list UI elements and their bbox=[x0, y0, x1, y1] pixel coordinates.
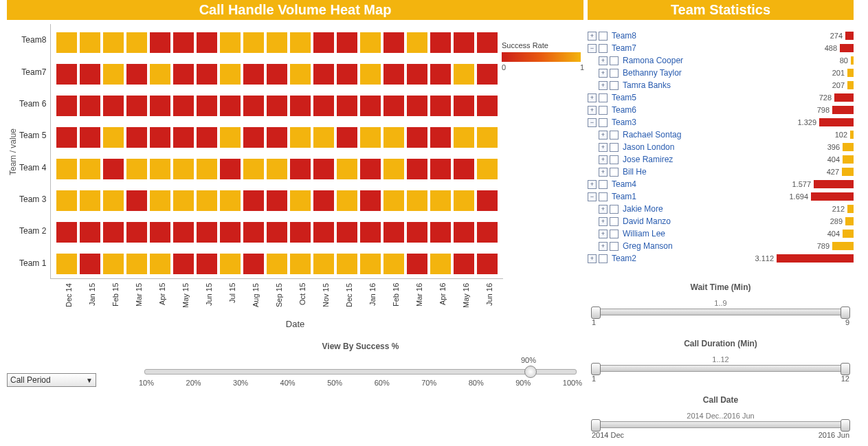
tree-checkbox[interactable] bbox=[610, 230, 619, 238]
heatmap-cell[interactable] bbox=[360, 32, 381, 53]
heatmap-cell[interactable] bbox=[360, 222, 381, 243]
heatmap-cell[interactable] bbox=[290, 190, 311, 211]
tree-row[interactable]: +Jason London396 bbox=[588, 141, 854, 153]
heatmap-cell[interactable] bbox=[103, 222, 124, 243]
heatmap-cell[interactable] bbox=[477, 222, 498, 243]
heatmap-cell[interactable] bbox=[454, 254, 474, 274]
expand-icon[interactable]: + bbox=[599, 217, 608, 226]
heatmap-cell[interactable] bbox=[360, 254, 381, 274]
heatmap-cell[interactable] bbox=[290, 96, 311, 116]
heatmap-cell[interactable] bbox=[80, 64, 100, 85]
heatmap-cell[interactable] bbox=[126, 159, 147, 179]
tree-row[interactable]: +Team5728 bbox=[588, 91, 854, 104]
heatmap-cell[interactable] bbox=[313, 64, 334, 85]
heatmap-cell[interactable] bbox=[290, 64, 311, 85]
heatmap-cell[interactable] bbox=[337, 159, 357, 179]
expand-icon[interactable]: + bbox=[588, 106, 597, 115]
heatmap-cell[interactable] bbox=[430, 254, 451, 274]
range-thumb-max[interactable] bbox=[841, 363, 850, 375]
expand-icon[interactable]: + bbox=[588, 180, 597, 189]
heatmap-cell[interactable] bbox=[337, 127, 357, 148]
heatmap-cell[interactable] bbox=[56, 64, 77, 85]
heatmap-cell[interactable] bbox=[243, 127, 264, 148]
heatmap-cell[interactable] bbox=[290, 32, 311, 53]
heatmap-cell[interactable] bbox=[383, 64, 404, 85]
heatmap-cell[interactable] bbox=[173, 32, 194, 53]
heatmap-cell[interactable] bbox=[337, 254, 357, 274]
heatmap-cell[interactable] bbox=[150, 159, 170, 179]
heatmap-cell[interactable] bbox=[313, 222, 334, 243]
heatmap-cell[interactable] bbox=[290, 127, 311, 148]
heatmap-cell[interactable] bbox=[150, 64, 170, 85]
heatmap-cell[interactable] bbox=[243, 190, 264, 211]
tree-row[interactable]: +Jose Ramirez404 bbox=[588, 153, 854, 166]
heatmap-cell[interactable] bbox=[150, 32, 170, 53]
heatmap-cell[interactable] bbox=[220, 64, 241, 85]
heatmap-cell[interactable] bbox=[360, 159, 381, 179]
heatmap-cell[interactable] bbox=[337, 222, 357, 243]
heatmap-cell[interactable] bbox=[360, 64, 381, 85]
heatmap-cell[interactable] bbox=[407, 96, 427, 116]
heatmap-cell[interactable] bbox=[407, 190, 427, 211]
expand-icon[interactable]: + bbox=[599, 230, 608, 238]
heatmap-cell[interactable] bbox=[197, 159, 217, 179]
heatmap-cell[interactable] bbox=[56, 254, 77, 274]
tree-checkbox[interactable] bbox=[610, 217, 619, 226]
heatmap-cell[interactable] bbox=[173, 64, 194, 85]
heatmap-cell[interactable] bbox=[56, 159, 77, 179]
heatmap-cell[interactable] bbox=[313, 254, 334, 274]
expand-icon[interactable]: + bbox=[599, 81, 608, 90]
range-thumb-max[interactable] bbox=[841, 306, 850, 319]
heatmap-cell[interactable] bbox=[383, 127, 404, 148]
heatmap-cell[interactable] bbox=[430, 96, 451, 116]
heatmap-cell[interactable] bbox=[173, 222, 194, 243]
tree-row[interactable]: −Team11.694 bbox=[588, 190, 854, 203]
heatmap-cell[interactable] bbox=[126, 190, 147, 211]
heatmap-cell[interactable] bbox=[220, 96, 241, 116]
tree-row[interactable]: +Bill He427 bbox=[588, 166, 854, 178]
heatmap-cell[interactable] bbox=[267, 127, 287, 148]
tree-checkbox[interactable] bbox=[599, 106, 608, 115]
heatmap-cell[interactable] bbox=[290, 222, 311, 243]
expand-icon[interactable]: + bbox=[599, 242, 608, 251]
heatmap-cell[interactable] bbox=[197, 64, 217, 85]
heatmap-cell[interactable] bbox=[80, 32, 100, 53]
expand-icon[interactable]: + bbox=[588, 32, 597, 41]
heatmap-cell[interactable] bbox=[267, 159, 287, 179]
tree-row[interactable]: +Team8274 bbox=[588, 30, 854, 42]
heatmap-cell[interactable] bbox=[430, 222, 451, 243]
tree-row[interactable]: +Rachael Sontag102 bbox=[588, 129, 854, 141]
heatmap-cell[interactable] bbox=[173, 254, 194, 274]
tree-checkbox[interactable] bbox=[610, 168, 619, 177]
heatmap-cell[interactable] bbox=[290, 159, 311, 179]
heatmap-cell[interactable] bbox=[103, 159, 124, 179]
expand-icon[interactable]: + bbox=[599, 205, 608, 214]
tree-checkbox[interactable] bbox=[610, 56, 619, 65]
heatmap-cell[interactable] bbox=[407, 32, 427, 53]
heatmap-cell[interactable] bbox=[477, 190, 498, 211]
heatmap-cell[interactable] bbox=[383, 254, 404, 274]
heatmap-cell[interactable] bbox=[454, 127, 474, 148]
heatmap-cell[interactable] bbox=[220, 254, 241, 274]
heatmap-cell[interactable] bbox=[360, 127, 381, 148]
heatmap-cell[interactable] bbox=[267, 190, 287, 211]
tree-checkbox[interactable] bbox=[599, 118, 608, 127]
heatmap-cell[interactable] bbox=[383, 222, 404, 243]
heatmap-cell[interactable] bbox=[173, 190, 194, 211]
heatmap-cell[interactable] bbox=[80, 127, 100, 148]
tree-row[interactable]: +Team41.577 bbox=[588, 178, 854, 190]
heatmap-cell[interactable] bbox=[103, 64, 124, 85]
heatmap-cell[interactable] bbox=[173, 127, 194, 148]
heatmap-cell[interactable] bbox=[103, 32, 124, 53]
tree-row[interactable]: +Greg Manson789 bbox=[588, 240, 854, 252]
tree-checkbox[interactable] bbox=[599, 93, 608, 102]
call-period-dropdown[interactable]: Call Period ▼ bbox=[7, 373, 96, 387]
heatmap-cell[interactable] bbox=[150, 96, 170, 116]
tree-checkbox[interactable] bbox=[599, 44, 608, 53]
heatmap-cell[interactable] bbox=[360, 96, 381, 116]
heatmap-cell[interactable] bbox=[173, 96, 194, 116]
heatmap-cell[interactable] bbox=[103, 254, 124, 274]
tree-checkbox[interactable] bbox=[599, 180, 608, 189]
heatmap-cell[interactable] bbox=[243, 96, 264, 116]
heatmap-cell[interactable] bbox=[454, 96, 474, 116]
